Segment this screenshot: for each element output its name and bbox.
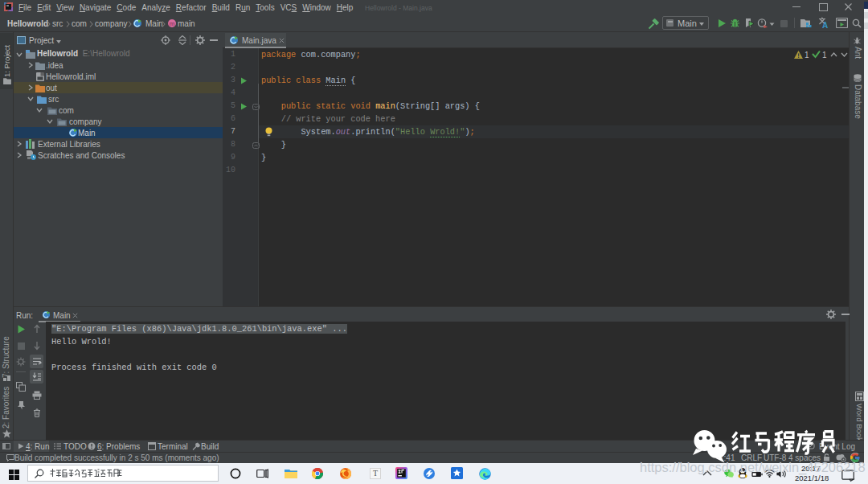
svg-text:A: A [822,21,828,28]
svg-text:m: m [170,20,175,27]
